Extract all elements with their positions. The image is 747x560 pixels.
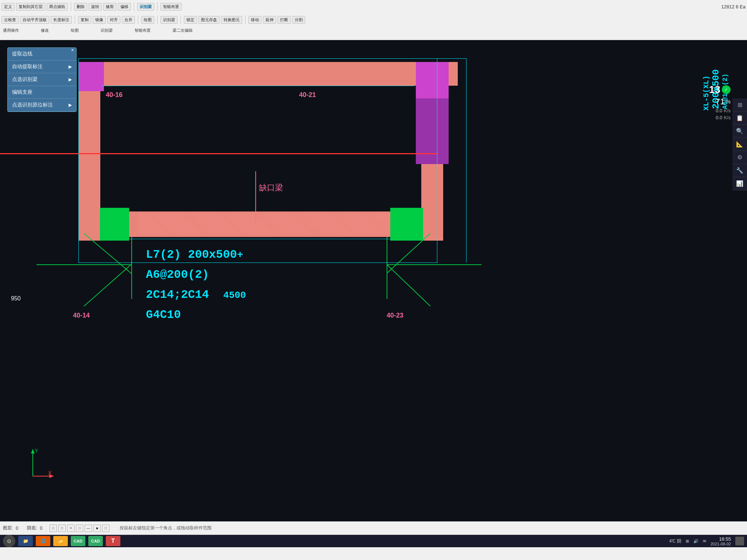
- indicator-x[interactable]: ×: [67, 525, 74, 532]
- sidebar-icon-3[interactable]: 🔍: [732, 125, 747, 138]
- notch-beam-line: [255, 171, 256, 222]
- cyan-right-v: [437, 58, 437, 262]
- axis-label-top-right: 40-21: [299, 91, 316, 99]
- crosshair-right-svg: [387, 233, 474, 306]
- sep3: [157, 2, 158, 11]
- toolbar-btn-copy[interactable]: 复制到其它层: [16, 3, 45, 11]
- toolbar-btn-mirror[interactable]: 镜像: [93, 16, 106, 24]
- toolbar-btn-extend[interactable]: 延伸: [263, 16, 276, 24]
- toolbar-btn-offset[interactable]: 偏移: [118, 3, 131, 11]
- indicator-1[interactable]: □: [50, 525, 57, 532]
- label-modify: 修改: [41, 28, 49, 33]
- col-purple-tl: [78, 62, 104, 91]
- auto-extract-annotation-btn[interactable]: 自动提取标注 ▶: [8, 61, 76, 73]
- score-ks1: K/s: [724, 108, 731, 113]
- toolbar-btn-delete[interactable]: 删除: [74, 3, 87, 11]
- arrow-right-icon: ▶: [69, 64, 72, 69]
- toolbar-btn-cloud[interactable]: 云检查: [1, 16, 19, 24]
- axis-label-top-left: 40-16: [106, 91, 123, 99]
- toolbar-btn-define[interactable]: 定义: [1, 3, 15, 11]
- sidebar-icon-1[interactable]: ⊞: [732, 98, 747, 112]
- toolbar-btn-break[interactable]: 打断: [278, 16, 291, 24]
- score-ks1-item: 0.0 K/s: [709, 108, 731, 113]
- sep2: [134, 2, 134, 11]
- taskbar-text[interactable]: T: [106, 536, 120, 546]
- left-panel: × 提取边线 自动提取标注 ▶ 点选识别梁 ▶ 编辑支座 点选识别原位标注 ▶: [7, 47, 77, 112]
- beam-label-line2: A6@200(2): [146, 268, 209, 281]
- sidebar-icon-2[interactable]: 📋: [732, 112, 747, 125]
- taskbar-cad1[interactable]: CAD: [71, 536, 85, 546]
- score-percent-item: 71 %: [709, 97, 731, 106]
- label-general: 通用操作: [3, 28, 19, 33]
- sidebar-icon-7[interactable]: 📊: [732, 177, 747, 190]
- sep1: [71, 2, 71, 11]
- toolbar-btn-identify-beam[interactable]: 识别梁: [137, 3, 154, 11]
- arrow-right-icon3: ▶: [69, 102, 72, 108]
- toolbar-btn-identify2[interactable]: 识别梁: [160, 16, 178, 24]
- toolbar-row2: 云检查 自动平齐顶板 长度标注 复制 镜像 对齐 合并 绘图 识别梁 锁定 图元…: [0, 13, 747, 26]
- indicator-2[interactable]: □: [58, 525, 66, 532]
- toolbar-btn-copy2[interactable]: 复制: [78, 16, 91, 24]
- start-btn[interactable]: ⊙: [3, 535, 15, 547]
- score-percent: 71: [716, 97, 724, 106]
- indicator-4[interactable]: □: [102, 525, 109, 532]
- toolbar-btn-rotate[interactable]: 旋转: [89, 3, 102, 11]
- taskbar-files[interactable]: 📁: [18, 536, 33, 546]
- extract-edge-btn[interactable]: 提取边线: [8, 48, 76, 61]
- sidebar-icon-4[interactable]: 📐: [732, 138, 747, 151]
- cad-canvas[interactable]: × 提取边线 自动提取标注 ▶ 点选识别梁 ▶ 编辑支座 点选识别原位标注 ▶ …: [0, 40, 747, 521]
- toolbar-btn-smart[interactable]: 智能布置: [160, 3, 182, 11]
- toolbar-btn-lock[interactable]: 锁定: [184, 16, 197, 24]
- arrow-right-icon2: ▶: [69, 77, 72, 82]
- cyan-col-right-top: [437, 58, 466, 59]
- axis-label-bottom-right: 40-23: [387, 312, 403, 319]
- svg-line-1: [84, 233, 131, 273]
- label-identify: 识别梁: [101, 28, 113, 33]
- click-identify-origin-btn[interactable]: 点选识别原位标注 ▶: [8, 99, 76, 112]
- taskbar-cad2[interactable]: CAD: [88, 536, 103, 546]
- toolbar-btn-twopoint[interactable]: 两点辅轨: [47, 3, 68, 11]
- toolbar-btn-split[interactable]: 分割: [292, 16, 305, 24]
- score-val1: 0.0: [716, 108, 722, 113]
- score-check-icon: ✓: [722, 85, 731, 94]
- taskbar-folder[interactable]: 📂: [53, 536, 68, 546]
- layer-label: 图层:: [3, 525, 13, 531]
- indicator-square[interactable]: ■: [93, 525, 101, 532]
- indicator-3[interactable]: □: [76, 525, 83, 532]
- top-right-info: 12812 6 Ea: [721, 4, 746, 9]
- toolbar-btn-convert[interactable]: 转换图元: [221, 16, 242, 24]
- close-icon[interactable]: ×: [71, 47, 74, 53]
- cyan-left-v: [78, 58, 79, 262]
- toolbar-btn-length[interactable]: 长度标注: [51, 16, 72, 24]
- coord-svg: Y X: [22, 447, 55, 480]
- toolbar: 定义 复制到其它层 两点辅轨 删除 旋转 修剪 偏移 识别梁 智能布置 1281…: [0, 0, 747, 40]
- label-smart: 智能布置: [135, 28, 151, 33]
- num-950-label: 950: [11, 295, 21, 302]
- sidebar-icon-6[interactable]: 🔧: [732, 164, 747, 177]
- tray-date: 2021-08-02: [711, 542, 731, 546]
- tray-clock: 16:55 2021-08-02: [711, 536, 731, 546]
- sep4: [75, 15, 75, 24]
- toolbar-btn-save-elem[interactable]: 图元存盘: [198, 16, 220, 24]
- tray-notif-icon[interactable]: [735, 537, 744, 545]
- toolbar-row1: 定义 复制到其它层 两点辅轨 删除 旋转 修剪 偏移 识别梁 智能布置 1281…: [0, 0, 747, 13]
- score-percent-sign: %: [726, 99, 731, 105]
- taskbar-browser[interactable]: 🌐: [36, 536, 50, 546]
- sidebar-icon-5[interactable]: ⚙: [732, 151, 747, 164]
- toolbar-btn-move[interactable]: 移动: [248, 16, 262, 24]
- toolbar-btn-autolevel[interactable]: 自动平齐顶板: [20, 16, 49, 24]
- beam-label-line4: G4C10: [146, 308, 181, 322]
- toolbar-btn-merge[interactable]: 合并: [122, 16, 135, 24]
- toolbar-btn-draw[interactable]: 绘图: [141, 16, 154, 24]
- toolbar-btn-trim[interactable]: 修剪: [103, 3, 116, 11]
- edit-support-btn[interactable]: 编辑支座: [8, 86, 76, 99]
- click-identify-beam-btn[interactable]: 点选识别梁 ▶: [8, 73, 76, 86]
- shadow-label: 阴底:: [27, 525, 37, 531]
- shadow-value: 0: [40, 526, 42, 531]
- cyan-inner-bottom: [101, 239, 414, 239]
- score-panel: 13 ✓ 71 % 0.0 K/s 0.0 K/s: [709, 84, 731, 122]
- toolbar-btn-align[interactable]: 对齐: [107, 16, 120, 24]
- tray-sound: 🔊: [693, 539, 698, 544]
- indicator-dash[interactable]: —: [85, 525, 92, 532]
- right-sidebar: ⊞ 📋 🔍 📐 ⚙ 🔧 📊: [732, 98, 747, 190]
